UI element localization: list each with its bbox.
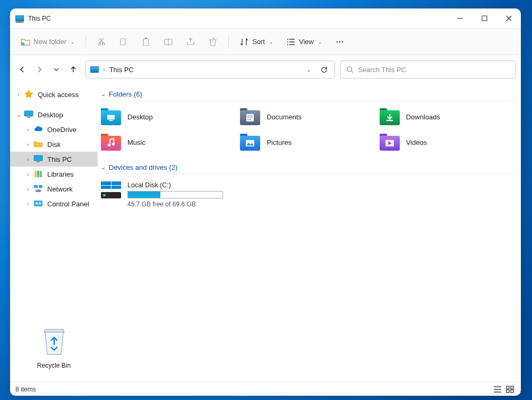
- svg-rect-57: [507, 390, 509, 393]
- address-dropdown-button[interactable]: ⌄: [304, 66, 313, 73]
- sidebar-label: This PC: [47, 155, 72, 163]
- sidebar-label: Quick access: [38, 91, 79, 99]
- nav-row: › This PC ⌄: [10, 55, 521, 84]
- search-box[interactable]: [340, 60, 516, 79]
- sort-button[interactable]: Sort ⌄: [234, 33, 279, 51]
- folder-documents[interactable]: Documents: [240, 108, 375, 125]
- forward-button[interactable]: [32, 63, 46, 76]
- chevron-down-icon: ⌄: [269, 39, 273, 45]
- monitor-icon: [24, 110, 33, 119]
- new-folder-label: New folder: [33, 38, 66, 46]
- svg-rect-38: [34, 201, 42, 206]
- back-button[interactable]: [15, 63, 29, 76]
- chevron-right-icon[interactable]: [15, 92, 22, 98]
- folder-label: Documents: [267, 113, 302, 121]
- chevron-down-icon[interactable]: [15, 112, 22, 118]
- file-explorer-window: This PC + New folder ⌄ Sort: [10, 8, 521, 396]
- cloud-icon: [33, 125, 43, 134]
- svg-rect-56: [511, 386, 513, 389]
- recycle-bin-icon: [41, 326, 67, 356]
- svg-point-15: [287, 39, 288, 40]
- chevron-down-icon: ⌄: [101, 91, 106, 98]
- minimize-button[interactable]: [448, 8, 472, 29]
- more-button[interactable]: [330, 33, 350, 51]
- folder-icon: [240, 134, 260, 151]
- svg-point-24: [347, 67, 352, 72]
- folder-icon: [240, 108, 260, 125]
- delete-icon: [208, 37, 218, 47]
- cut-button[interactable]: [91, 33, 111, 51]
- recycle-bin-item[interactable]: Recycle Bin: [10, 320, 98, 379]
- view-label: View: [299, 38, 314, 46]
- folder-pictures[interactable]: Pictures: [240, 134, 375, 151]
- breadcrumb-separator-icon: ›: [103, 66, 105, 73]
- folder-downloads[interactable]: Downloads: [380, 108, 514, 125]
- sidebar-item-this-pc[interactable]: This PC: [10, 152, 98, 167]
- breadcrumb-item[interactable]: This PC: [109, 66, 134, 74]
- icons-view-button[interactable]: [505, 385, 516, 394]
- svg-point-21: [337, 41, 338, 42]
- svg-point-16: [287, 41, 288, 42]
- rename-icon: [164, 37, 173, 47]
- sidebar-item-onedrive[interactable]: OneDrive: [10, 122, 98, 137]
- close-button[interactable]: [496, 8, 521, 29]
- svg-point-6: [98, 42, 100, 45]
- svg-rect-30: [35, 171, 37, 177]
- sidebar-label: Network: [47, 185, 73, 193]
- chevron-down-icon: ⌄: [318, 39, 322, 45]
- chevron-right-icon[interactable]: [25, 186, 31, 192]
- copy-button[interactable]: [114, 33, 134, 51]
- view-button[interactable]: View ⌄: [281, 33, 328, 51]
- group-header-folders[interactable]: ⌄ Folders (6): [101, 90, 514, 101]
- maximize-button[interactable]: [472, 8, 496, 29]
- chevron-right-icon[interactable]: [25, 142, 31, 147]
- folder-label: Music: [127, 138, 145, 146]
- folder-desktop[interactable]: Desktop: [101, 108, 236, 125]
- address-bar[interactable]: › This PC ⌄: [85, 60, 335, 79]
- chevron-right-icon[interactable]: [25, 156, 31, 162]
- sidebar-item-network[interactable]: Network: [10, 181, 98, 196]
- folder-icon: [33, 140, 43, 149]
- refresh-button[interactable]: [318, 66, 330, 74]
- svg-rect-34: [39, 185, 42, 188]
- sidebar-item-disk[interactable]: Disk: [10, 137, 98, 152]
- svg-rect-58: [511, 390, 513, 393]
- folder-videos[interactable]: Videos: [380, 134, 514, 151]
- paste-button[interactable]: [136, 33, 156, 51]
- svg-point-17: [287, 44, 288, 45]
- svg-rect-33: [34, 185, 38, 188]
- sidebar-item-control-panel[interactable]: Control Panel: [10, 196, 98, 211]
- sidebar-item-libraries[interactable]: Libraries: [10, 167, 98, 181]
- recycle-bin-label: Recycle Bin: [10, 362, 98, 369]
- up-button[interactable]: [66, 63, 80, 76]
- delete-button[interactable]: [203, 33, 223, 51]
- search-input[interactable]: [358, 66, 510, 74]
- drive-item[interactable]: Local Disk (C:)45.7 GB free of 69.6 GB: [101, 179, 514, 210]
- group-header-drives[interactable]: ⌄ Devices and drives (2): [101, 163, 514, 174]
- sidebar-item-desktop[interactable]: Desktop: [10, 107, 98, 122]
- drive-usage-bar: [127, 191, 223, 198]
- svg-point-40: [39, 203, 41, 205]
- svg-point-39: [36, 203, 38, 205]
- drive-label: Local Disk (C:): [127, 181, 223, 189]
- chevron-right-icon[interactable]: [25, 127, 31, 133]
- new-folder-button[interactable]: + New folder ⌄: [15, 33, 80, 51]
- svg-rect-26: [24, 111, 33, 116]
- this-pc-icon: [33, 155, 43, 163]
- rename-button[interactable]: [158, 33, 178, 51]
- share-button[interactable]: [181, 33, 201, 51]
- chevron-right-icon[interactable]: [25, 201, 31, 207]
- toolbar: + New folder ⌄ Sort ⌄ View ⌄: [10, 29, 521, 55]
- drives-list: Local Disk (C:)45.7 GB free of 69.6 GB: [101, 179, 514, 210]
- recent-button[interactable]: [49, 63, 63, 76]
- svg-rect-42: [109, 120, 113, 121]
- sidebar-item-quick-access[interactable]: Quick access: [10, 87, 98, 102]
- svg-line-36: [36, 188, 38, 190]
- details-view-button[interactable]: [492, 385, 503, 394]
- folder-icon: [380, 134, 400, 151]
- svg-rect-32: [40, 171, 42, 177]
- chevron-right-icon[interactable]: [25, 171, 31, 177]
- sidebar: Quick access Desktop OneDrive Disk: [10, 84, 98, 382]
- folder-music[interactable]: Music: [101, 134, 236, 151]
- sidebar-label: OneDrive: [47, 126, 76, 134]
